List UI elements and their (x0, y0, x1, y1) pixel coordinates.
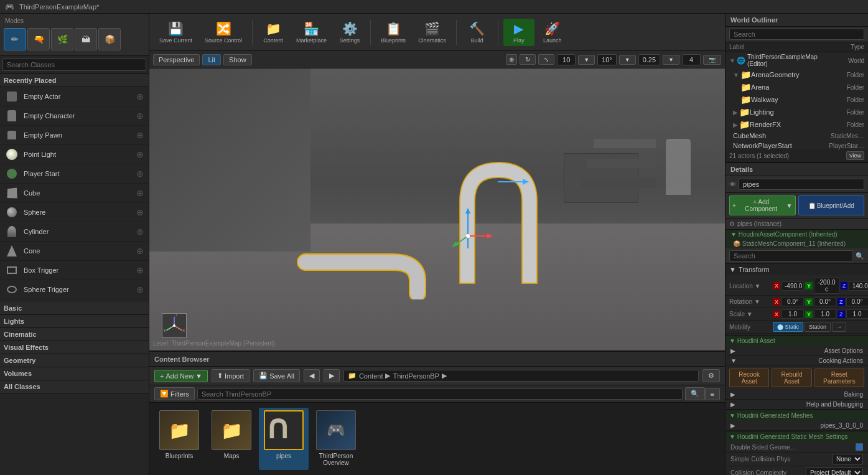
all-classes-category[interactable]: All Classes (0, 380, 149, 393)
search-classes-input[interactable] (2, 59, 146, 71)
wo-item-lighting[interactable]: ▶ 📁 Lighting Folder (726, 106, 868, 118)
cb-item-pipes[interactable]: pipes (259, 408, 309, 470)
content-browser-search-input[interactable] (197, 388, 683, 400)
lights-category[interactable]: Lights (0, 315, 149, 328)
mobility-static[interactable]: ⬤ Static (773, 322, 803, 332)
viewport-show-btn[interactable]: Show (223, 54, 252, 65)
help-debug-row[interactable]: ▶ Help and Debugging (726, 400, 868, 410)
mobility-movable[interactable]: → (832, 322, 846, 332)
cinematic-category[interactable]: Cinematic (0, 328, 149, 341)
pipes-mesh-row[interactable]: ▶ pipes_3_0_0_0 (726, 421, 868, 431)
volumes-category[interactable]: Volumes (0, 367, 149, 380)
place-item-box-trigger[interactable]: Box Trigger ⊕ (0, 261, 149, 280)
rotation-dropdown[interactable]: ▼ (619, 55, 636, 65)
cb-settings-button[interactable]: ⚙ (702, 369, 720, 382)
visual-effects-category[interactable]: Visual Effects (0, 341, 149, 354)
scale-y-val[interactable]: 1.0 (814, 309, 836, 319)
scale-dropdown[interactable]: ▼ (663, 55, 679, 65)
viewport-perspective-btn[interactable]: Perspective (153, 54, 200, 65)
loc-z-val[interactable]: 140.0 (849, 281, 868, 291)
static-mesh-component[interactable]: 📦 StaticMeshComponent_11 (Inherited) (726, 239, 868, 248)
geometry-category[interactable]: Geometry (0, 354, 149, 367)
basic-category[interactable]: Basic (0, 302, 149, 315)
asset-options-row[interactable]: ▶ Asset Options (726, 346, 868, 356)
save-all-button[interactable]: 💾 Save All (253, 369, 300, 382)
viewport[interactable]: Level: ThirdPersonExampleMap (Persistent… (149, 68, 725, 350)
reset-params-button[interactable]: Reset Parameters (814, 369, 864, 387)
cb-item-maps[interactable]: 📁 Maps (207, 408, 256, 470)
play-button[interactable]: ▶ Play (503, 19, 534, 46)
rebuild-button[interactable]: Rebuild Asset (772, 369, 811, 387)
viewport-lit-btn[interactable]: Lit (202, 54, 221, 65)
wo-item-renderfx[interactable]: ▶ 📁 RenderFX Folder (726, 118, 868, 131)
view-button[interactable]: View (846, 151, 864, 160)
wo-item-arena[interactable]: 📁 Arena Folder (726, 81, 868, 93)
cb-item-thirdperson-overview[interactable]: 🎮 ThirdPerson Overview (311, 408, 361, 470)
rot-z-val[interactable]: 0.0° (846, 297, 868, 306)
transform-btn-2[interactable]: ↻ (520, 54, 536, 65)
mode-landscape[interactable]: 🌿 (51, 28, 73, 50)
import-button[interactable]: ⬆ Import (212, 369, 250, 382)
place-item-player-start[interactable]: Player Start ⊕ (0, 164, 149, 184)
double-sided-checkbox[interactable] (856, 443, 863, 451)
mode-paint[interactable]: 🔫 (27, 28, 50, 50)
mode-foliage[interactable]: 🏔 (75, 28, 97, 50)
source-control-button[interactable]: 🔀 Source Control (200, 19, 247, 46)
houdini-asset-component[interactable]: ▼ HoudiniAssetComponent (Inherited) (726, 230, 868, 239)
scale-z-val[interactable]: 1.0 (846, 309, 868, 319)
blueprint-button[interactable]: 📋 Blueprint/Add (798, 195, 865, 215)
details-search-input[interactable] (729, 250, 853, 261)
place-item-cylinder[interactable]: Cylinder ⊕ (0, 222, 149, 242)
wo-item-cubemesh[interactable]: CubeMesh StaticMes… (726, 131, 868, 141)
mode-select[interactable]: ✏ (4, 28, 26, 50)
place-item-empty-character[interactable]: Empty Character ⊕ (0, 106, 149, 126)
simple-collision-select[interactable]: None (832, 454, 863, 464)
cinematics-button[interactable]: 🎬 Cinematics (413, 19, 451, 46)
wo-item-world[interactable]: ▼ 🌐 ThirdPersonExampleMap (Editor) World (726, 52, 868, 68)
place-item-sphere-trigger[interactable]: Sphere Trigger ⊕ (0, 280, 149, 299)
collision-complexity-select[interactable]: Project Default (806, 468, 863, 475)
rot-y-val[interactable]: 0.0° (814, 297, 836, 306)
wo-item-arena-geometry[interactable]: ▼ 📁 ArenaGeometry Folder (726, 68, 868, 81)
place-item-cube[interactable]: Cube ⊕ (0, 184, 149, 203)
nav-forward-button[interactable]: ▶ (324, 369, 340, 382)
static-mesh-settings-header[interactable]: ▼ Houdini Generated Static Mesh Settings (726, 431, 868, 442)
marketplace-button[interactable]: 🏪 Marketplace (291, 19, 332, 46)
content-button[interactable]: 📁 Content (258, 19, 289, 46)
place-item-empty-pawn[interactable]: Empty Pawn ⊕ (0, 126, 149, 145)
place-item-empty-actor[interactable]: Empty Actor ⊕ (0, 87, 149, 106)
cooking-actions-row[interactable]: ▼ Cooking Actions (726, 356, 868, 366)
mobility-station[interactable]: Station (805, 322, 831, 332)
build-button[interactable]: 🔨 Build (462, 19, 493, 46)
blueprints-button[interactable]: 📋 Blueprints (376, 19, 411, 46)
cam-speed-dropdown[interactable]: 📷 (703, 55, 721, 65)
details-name-input[interactable] (739, 179, 864, 190)
rot-x-val[interactable]: 0.0° (782, 297, 804, 306)
launch-button[interactable]: 🚀 Launch (537, 19, 568, 46)
settings-button[interactable]: ⚙️ Settings (334, 19, 365, 46)
place-item-point-light[interactable]: Point Light ⊕ (0, 145, 149, 164)
baking-row[interactable]: ▶ Baking (726, 390, 868, 400)
transform-btn-1[interactable]: ⊕ (506, 54, 517, 65)
nav-back-button[interactable]: ◀ (304, 369, 320, 382)
loc-y-val[interactable]: -200.0 c (814, 278, 839, 294)
filters-button[interactable]: 🔽 Filters (154, 387, 195, 400)
houdini-asset-header[interactable]: ▼ Houdini Asset (726, 336, 868, 346)
grid-dropdown[interactable]: ▼ (578, 55, 595, 65)
wo-item-walkway[interactable]: 📁 Walkway Folder (726, 93, 868, 106)
add-component-button[interactable]: + + Add Component ▼ (729, 195, 796, 215)
transform-header[interactable]: ▼ Transform (726, 264, 868, 275)
add-new-button[interactable]: + Add New ▼ (154, 370, 208, 382)
cb-item-blueprints[interactable]: 📁 Blueprints (154, 408, 204, 470)
wo-item-network-player-start[interactable]: NetworkPlayerStart PlayerStar… (726, 141, 868, 149)
cb-search-button[interactable]: 🔍 (685, 387, 705, 400)
world-outliner-search-input[interactable] (729, 29, 864, 40)
nav-cube[interactable]: Z X Y (162, 313, 187, 338)
save-current-button[interactable]: 💾 Save Current (154, 19, 197, 46)
cb-view-options-button[interactable]: ≡ (705, 388, 720, 400)
generated-meshes-header[interactable]: ▼ Houdini Generated Meshes (726, 410, 868, 421)
loc-x-val[interactable]: -490.0 (782, 281, 804, 291)
scale-x-val[interactable]: 1.0 (782, 309, 804, 319)
place-item-cone[interactable]: Cone ⊕ (0, 242, 149, 261)
recook-button[interactable]: Recook Asset (729, 369, 769, 387)
